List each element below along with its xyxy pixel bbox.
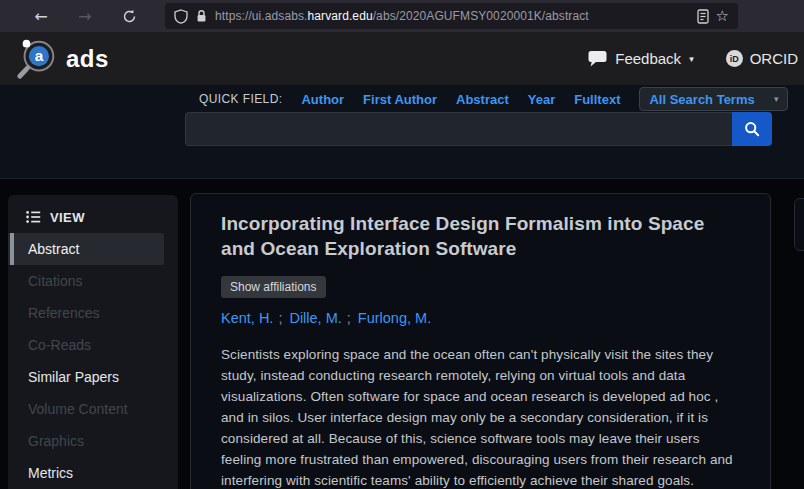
chevron-down-icon: ▾ <box>774 94 779 104</box>
paper-title: Incorporating Interface Design Formalism… <box>221 211 740 261</box>
sidebar-item-label: Metrics <box>28 465 73 481</box>
sidebar-header: VIEW <box>8 205 178 229</box>
forward-button[interactable]: → <box>74 5 96 27</box>
author-link-kent[interactable]: Kent, H. <box>221 310 273 326</box>
sidebar-item-label: Co-Reads <box>28 337 91 353</box>
search-terms-dropdown-value: All Search Terms <box>649 92 754 107</box>
show-affiliations-button[interactable]: Show affiliations <box>221 276 326 298</box>
orcid-icon: iD <box>726 50 743 67</box>
orcid-label: ORCID <box>750 50 798 67</box>
feedback-menu[interactable]: Feedback ▾ <box>588 50 693 67</box>
ads-logo-text: ads <box>66 45 109 73</box>
bookmark-star-icon[interactable]: ☆ <box>716 9 729 24</box>
header-actions: Feedback ▾ iD ORCID <box>588 50 790 67</box>
search-panel: QUICK FIELD: Author First Author Abstrac… <box>0 85 804 179</box>
sidebar-item-abstract[interactable]: Abstract <box>8 233 164 265</box>
quick-field-fulltext[interactable]: Fulltext <box>574 92 620 107</box>
site-header: a ads Feedback ▾ iD ORCID <box>0 32 804 85</box>
quick-field-abstract[interactable]: Abstract <box>456 92 509 107</box>
sidebar-item-references: References <box>8 297 164 329</box>
url-path: /abs/2020AGUFMSY0020001K/abstract <box>373 9 589 23</box>
ads-logo-icon: a <box>14 36 60 82</box>
svg-text:a: a <box>35 47 44 64</box>
author-link-dille[interactable]: Dille, M. <box>289 310 341 326</box>
sidebar-item-metrics[interactable]: Metrics <box>8 457 164 489</box>
feedback-label: Feedback <box>615 50 681 67</box>
author-separator: ; <box>347 310 351 326</box>
lock-icon[interactable] <box>195 9 208 23</box>
side-tools-panel <box>794 198 804 251</box>
sidebar-item-similar-papers[interactable]: Similar Papers <box>8 361 164 393</box>
address-bar[interactable]: https://ui.adsabs.harvard.edu/abs/2020AG… <box>165 3 738 29</box>
sidebar-item-label: Citations <box>28 273 82 289</box>
page-content: VIEW Abstract Citations References Co-Re… <box>0 179 804 489</box>
reload-icon <box>122 9 137 24</box>
search-bar <box>185 112 772 146</box>
back-button[interactable]: ← <box>30 5 52 27</box>
quick-field-first-author[interactable]: First Author <box>363 92 437 107</box>
author-separator: ; <box>278 310 282 326</box>
reload-button[interactable] <box>118 5 140 27</box>
url-scheme: https://ui.adsabs. <box>215 9 308 23</box>
sidebar-item-label: Similar Papers <box>28 369 119 385</box>
author-list: Kent, H.;Dille, M.;Furlong, M. <box>221 310 740 326</box>
sidebar-item-label: Volume Content <box>28 401 128 417</box>
reader-mode-icon[interactable] <box>697 9 709 24</box>
sidebar-item-co-reads: Co-Reads <box>8 329 164 361</box>
sidebar-item-citations: Citations <box>8 265 164 297</box>
list-icon <box>26 210 41 224</box>
browser-toolbar: ← → https://ui.adsabs.harvard.edu/abs/20… <box>0 0 804 32</box>
chevron-down-icon: ▾ <box>689 54 694 64</box>
author-link-furlong[interactable]: Furlong, M. <box>358 310 431 326</box>
ads-logo[interactable]: a ads <box>14 36 109 82</box>
sidebar-item-label: References <box>28 305 100 321</box>
orcid-login[interactable]: iD ORCID <box>726 50 798 67</box>
sidebar-item-label: Abstract <box>28 241 79 257</box>
quick-field-author[interactable]: Author <box>301 92 344 107</box>
tracking-shield-icon[interactable] <box>174 9 188 24</box>
view-sidebar: VIEW Abstract Citations References Co-Re… <box>8 195 178 489</box>
abstract-text: Scientists exploring space and the ocean… <box>221 344 740 489</box>
abstract-panel: Incorporating Interface Design Formalism… <box>190 193 771 489</box>
sidebar-item-label: Graphics <box>28 433 84 449</box>
quick-field-row: QUICK FIELD: Author First Author Abstrac… <box>199 87 788 111</box>
search-button[interactable] <box>732 112 772 146</box>
sidebar-item-volume-content: Volume Content <box>8 393 164 425</box>
magnifier-icon <box>744 121 760 137</box>
quick-field-year[interactable]: Year <box>528 92 555 107</box>
sidebar-title: VIEW <box>50 210 85 225</box>
sidebar-item-graphics: Graphics <box>8 425 164 457</box>
url-domain: harvard.edu <box>308 9 373 23</box>
quick-field-label: QUICK FIELD: <box>199 92 282 106</box>
url-text: https://ui.adsabs.harvard.edu/abs/2020AG… <box>215 9 690 23</box>
speech-bubble-icon <box>588 50 607 67</box>
search-terms-dropdown[interactable]: All Search Terms ▾ <box>639 87 788 111</box>
search-input[interactable] <box>185 112 732 146</box>
